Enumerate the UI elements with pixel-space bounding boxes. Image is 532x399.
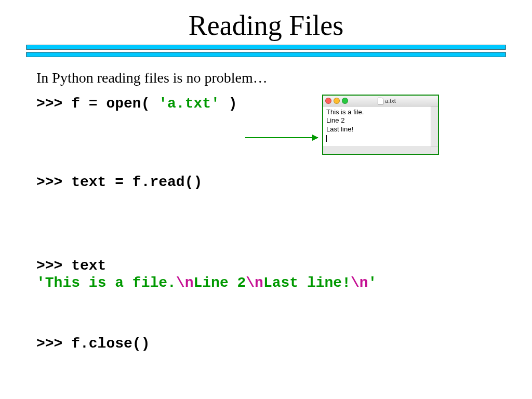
- text-editor-window: a.txt This is a file. Line 2 Last line!: [322, 95, 439, 155]
- code-quote: ': [36, 275, 45, 291]
- code-escape: \n: [246, 275, 263, 291]
- code-text: Line 2: [193, 275, 246, 291]
- divider-bar: [26, 45, 506, 50]
- code-repr-output: 'This is a file.\nLine 2\nLast line!\n': [36, 275, 496, 291]
- slide-title: Reading Files: [0, 9, 532, 42]
- slide-content: In Python reading files is no problem… >…: [0, 62, 532, 352]
- arrow-icon: [245, 137, 318, 138]
- document-icon: [378, 98, 383, 104]
- file-line: Last line!: [326, 125, 435, 134]
- window-filename: a.txt: [385, 98, 396, 104]
- code-text: Last line!: [263, 275, 351, 291]
- file-line: Line 2: [326, 116, 435, 125]
- resize-grip-icon[interactable]: [431, 147, 438, 154]
- code-read-call: >>> text = f.read(): [36, 174, 496, 190]
- code-echo-var: >>> text: [36, 258, 496, 274]
- text-cursor: [326, 135, 327, 142]
- scrollbar-horizontal[interactable]: [323, 147, 431, 154]
- intro-text: In Python reading files is no problem…: [36, 70, 496, 86]
- code-escape: \n: [351, 275, 368, 291]
- file-line: This is a file.: [326, 108, 435, 116]
- code-text: >>> f = open(: [36, 96, 158, 112]
- slide: Reading Files In Python reading files is…: [0, 9, 532, 399]
- editor-body[interactable]: This is a file. Line 2 Last line!: [323, 107, 438, 154]
- window-title: a.txt: [338, 98, 436, 104]
- code-quote: ': [368, 275, 377, 291]
- code-close-call: >>> f.close(): [36, 336, 496, 352]
- window-titlebar: a.txt: [323, 96, 438, 107]
- close-icon[interactable]: [325, 98, 331, 104]
- code-escape: \n: [176, 275, 194, 291]
- code-text: This is a file.: [45, 275, 176, 291]
- scrollbar-vertical[interactable]: [431, 107, 438, 147]
- code-text: ): [220, 96, 237, 112]
- code-string-literal: 'a.txt': [158, 96, 220, 112]
- title-divider: [26, 45, 506, 57]
- divider-bar: [26, 52, 506, 57]
